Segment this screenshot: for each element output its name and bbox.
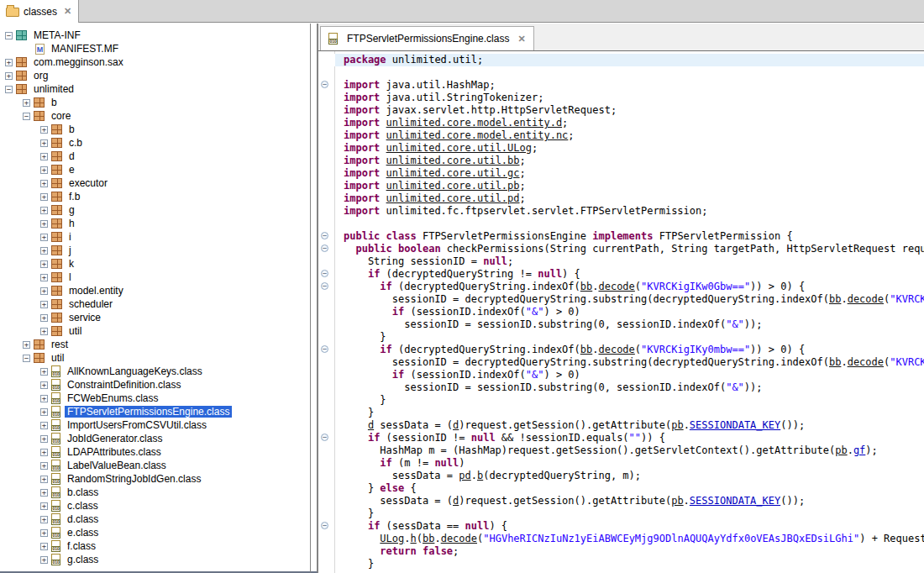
code-link[interactable]: unlimited.core.model.entity.nc [386, 129, 569, 141]
fold-collapse-icon[interactable]: − [321, 232, 328, 239]
tree-item-randomstringjobidgen-class[interactable]: +RandomStringJobIdGen.class [0, 472, 310, 486]
tree-item-l[interactable]: +l [0, 271, 310, 284]
tree-item-d[interactable]: +d [0, 150, 310, 163]
expand-icon[interactable]: + [40, 529, 48, 537]
tree-item-model-entity[interactable]: +model.entity [0, 284, 310, 297]
expand-icon[interactable]: + [40, 368, 48, 376]
tree-item-g[interactable]: +g [0, 203, 310, 217]
expand-icon[interactable]: + [40, 274, 48, 281]
expand-icon[interactable]: + [40, 314, 48, 322]
expand-icon[interactable]: + [5, 59, 13, 66]
tree-item-util[interactable]: −util [0, 351, 310, 365]
expand-icon[interactable]: + [40, 556, 48, 564]
expand-icon[interactable]: + [5, 72, 13, 80]
tree-item-b[interactable]: +b [0, 96, 310, 109]
tree-item-b[interactable]: +b [0, 123, 310, 136]
expand-icon[interactable]: + [40, 234, 48, 241]
code-link[interactable]: bb [580, 344, 592, 355]
expand-icon[interactable]: + [40, 422, 48, 429]
tree-item-e-class[interactable]: +e.class [0, 526, 310, 539]
expand-icon[interactable]: + [40, 381, 48, 389]
expand-icon[interactable]: + [40, 408, 48, 416]
tree-item-c-b[interactable]: +c.b [0, 136, 310, 150]
tab-ftpservletpermissionsengine[interactable]: FTPServletPermissionsEngine.class ✕ [320, 26, 534, 50]
expand-icon[interactable]: + [40, 502, 48, 510]
expand-icon[interactable]: + [40, 247, 48, 255]
tree-item-d-class[interactable]: +d.class [0, 513, 310, 526]
expand-icon[interactable]: + [40, 287, 48, 295]
code-link[interactable]: pb [835, 444, 847, 456]
collapse-icon[interactable]: − [5, 32, 13, 39]
code-link[interactable]: bb [580, 281, 592, 292]
tree-item-meta-inf[interactable]: −META-INF [0, 29, 310, 42]
code-link[interactable]: ULog [380, 533, 404, 544]
tree-item-executor[interactable]: +executor [0, 176, 310, 190]
tree-item-b-class[interactable]: +b.class [0, 486, 310, 499]
code-link[interactable]: SESSIONDATA_KEY [690, 495, 780, 507]
code-editor[interactable]: package unlimited.util;−import java.util… [318, 51, 924, 573]
code-link[interactable]: unlimited.core.util.pd [386, 192, 520, 204]
tree-item-core[interactable]: −core [0, 109, 310, 123]
tree-item-jobidgenerator-class[interactable]: +JobIdGenerator.class [0, 432, 310, 445]
expand-icon[interactable]: + [40, 462, 48, 470]
expand-icon[interactable]: + [40, 139, 48, 147]
fold-collapse-icon[interactable]: − [321, 270, 328, 277]
close-icon[interactable]: ✕ [64, 6, 71, 17]
pane-splitter[interactable] [311, 24, 318, 573]
expand-icon[interactable]: + [40, 260, 48, 268]
expand-icon[interactable]: + [23, 341, 30, 349]
code-link[interactable]: bb [829, 293, 841, 305]
tree-item-f-class[interactable]: +f.class [0, 539, 310, 553]
expand-icon[interactable]: + [40, 489, 48, 497]
tree-item-manifest-mf[interactable]: MMANIFEST.MF [0, 42, 310, 55]
expand-icon[interactable]: + [40, 126, 48, 134]
tree-item-c-class[interactable]: +c.class [0, 499, 310, 513]
tree-item-ldapattributes-class[interactable]: +LDAPAttributes.class [0, 445, 310, 459]
tree-item-importusersfromcsvutil-class[interactable]: +ImportUsersFromCSVUtil.class [0, 418, 310, 432]
collapse-icon[interactable]: − [5, 86, 13, 93]
code-link[interactable]: unlimited.core.util.gc [386, 167, 520, 179]
expand-icon[interactable]: + [40, 220, 48, 228]
tree-item-constraintdefinition-class[interactable]: +ConstraintDefinition.class [0, 378, 310, 392]
tree-item-rest[interactable]: +rest [0, 338, 310, 351]
code-link[interactable]: pb [671, 419, 683, 431]
tree-item-util[interactable]: +util [0, 324, 310, 338]
tree-item-f-b[interactable]: +f.b [0, 190, 310, 203]
expand-icon[interactable]: + [40, 476, 48, 483]
tree-item-service[interactable]: +service [0, 311, 310, 324]
expand-icon[interactable]: + [40, 395, 48, 402]
code-link[interactable]: bb [423, 533, 434, 544]
tree-item-k[interactable]: +k [0, 257, 310, 271]
tree-item-h[interactable]: +h [0, 217, 310, 230]
expand-icon[interactable]: + [40, 449, 48, 456]
code-link[interactable]: gf [853, 444, 865, 456]
tree-item-org[interactable]: +org [0, 69, 310, 82]
fold-collapse-icon[interactable]: − [321, 282, 328, 290]
fold-collapse-icon[interactable]: − [321, 345, 328, 353]
code-link[interactable]: pd [459, 470, 470, 481]
tree-item-unlimited[interactable]: −unlimited [0, 82, 310, 96]
code-link[interactable]: decode [848, 356, 884, 368]
collapse-icon[interactable]: − [23, 355, 30, 362]
collapse-icon[interactable]: − [23, 113, 30, 120]
code-link[interactable]: decode [441, 533, 477, 544]
expand-icon[interactable]: + [40, 435, 48, 443]
expand-icon[interactable]: + [40, 166, 48, 174]
expand-icon[interactable]: + [40, 543, 48, 550]
expand-icon[interactable]: + [40, 153, 48, 160]
code-link[interactable]: decode [598, 281, 634, 292]
fold-collapse-icon[interactable]: − [321, 81, 328, 88]
close-icon[interactable]: ✕ [517, 34, 525, 45]
tree-item-labelvaluebean-class[interactable]: +LabelValueBean.class [0, 459, 310, 472]
code-link[interactable]: pb [671, 495, 683, 507]
tree-item-g-class[interactable]: +g.class [0, 553, 310, 566]
tree-item-scheduler[interactable]: +scheduler [0, 297, 310, 311]
tree-item-ftpservletpermissionsengine-class[interactable]: +FTPServletPermissionsEngine.class [0, 405, 310, 418]
tree-item-j[interactable]: +j [0, 244, 310, 257]
expand-icon[interactable]: + [40, 328, 48, 335]
code-link[interactable]: unlimited.core.util.pb [386, 180, 520, 192]
expand-icon[interactable]: + [23, 99, 30, 107]
code-link[interactable]: SESSIONDATA_KEY [690, 419, 780, 431]
code-link[interactable]: decode [598, 344, 634, 355]
code-link[interactable]: bb [829, 356, 841, 368]
